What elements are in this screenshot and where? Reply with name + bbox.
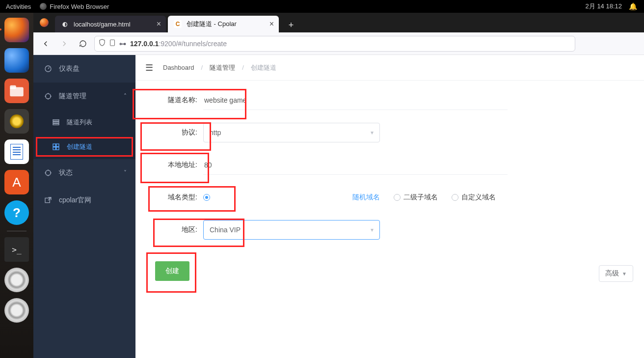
- chevron-down-icon: ▾: [371, 226, 374, 233]
- svg-rect-10: [53, 147, 55, 150]
- menu-collapse-icon[interactable]: ☰: [145, 62, 153, 73]
- close-icon[interactable]: ×: [269, 20, 274, 28]
- dock-thunderbird-icon[interactable]: [4, 48, 29, 73]
- input-tunnel-name[interactable]: website game: [203, 90, 508, 110]
- cpolar-favicon: C: [174, 20, 182, 28]
- sidebar-item-create-tunnel[interactable]: 创建隧道: [33, 135, 135, 159]
- firefox-icon: [40, 3, 47, 10]
- ubuntu-dock: A ? >_: [0, 13, 33, 358]
- sidebar-label: cpolar官网: [59, 196, 91, 205]
- back-button[interactable]: [38, 36, 53, 51]
- close-icon[interactable]: ×: [157, 20, 161, 28]
- tab-strip: ◐ localhost/game.html × C 创建隧道 - Cpolar …: [33, 13, 644, 32]
- sidebar-item-official-site[interactable]: cpolar官网: [33, 187, 135, 214]
- breadcrumb: ☰ Dashboard / 隧道管理 / 创建隧道: [135, 55, 644, 81]
- tab-title: localhost/game.html: [74, 21, 152, 28]
- select-region[interactable]: China VIP▾: [203, 220, 380, 240]
- svg-rect-9: [56, 144, 59, 146]
- cpolar-sidebar: 仪表盘 隧道管理 ˄ 隧道列表 创建隧道 状态: [33, 55, 135, 358]
- caret-down-icon: ▼: [622, 271, 627, 276]
- svg-rect-5: [53, 120, 59, 121]
- reload-button[interactable]: [76, 36, 90, 51]
- svg-point-12: [46, 170, 51, 176]
- sidebar-item-tunnel-list[interactable]: 隧道列表: [33, 110, 135, 135]
- url-bar[interactable]: ⊶ 127.0.0.1:9200/#/tunnels/create: [94, 36, 575, 52]
- crosshair-icon: [44, 92, 52, 100]
- svg-point-4: [46, 94, 51, 99]
- browser-toolbar: ⊶ 127.0.0.1:9200/#/tunnels/create: [33, 32, 644, 55]
- radio-subdomain[interactable]: 二级子域名: [394, 193, 438, 202]
- key-icon[interactable]: ⊶: [119, 40, 126, 48]
- create-tunnel-form: 隧道名称: website game 协议: http▾ 本地地址: 80: [135, 81, 644, 358]
- crumb-sep: /: [201, 64, 203, 71]
- list-icon: [52, 118, 60, 126]
- external-link-icon: [44, 196, 52, 204]
- svg-rect-11: [56, 147, 59, 150]
- dock-terminal-icon[interactable]: >_: [4, 237, 29, 262]
- radio-dot-icon: [394, 194, 401, 201]
- forward-button[interactable]: [57, 36, 72, 51]
- svg-rect-6: [53, 122, 59, 123]
- crumb-sep: /: [242, 64, 244, 71]
- page-content: 仪表盘 隧道管理 ˄ 隧道列表 创建隧道 状态: [33, 55, 644, 358]
- sidebar-item-tunnels[interactable]: 隧道管理 ˄: [33, 83, 135, 110]
- chevron-up-icon: ˄: [124, 93, 127, 100]
- sidebar-label: 仪表盘: [59, 64, 80, 73]
- sidebar-label: 状态: [59, 168, 73, 177]
- dock-disc1-icon[interactable]: [4, 268, 29, 292]
- clock: 2月 14 18:12: [586, 2, 622, 11]
- app-name: Firefox Web Browser: [50, 3, 109, 10]
- new-tab-button[interactable]: +: [284, 18, 298, 32]
- dock-help-icon[interactable]: ?: [4, 200, 29, 225]
- tab-title: 创建隧道 - Cpolar: [187, 20, 265, 28]
- dock-disc2-icon[interactable]: [4, 298, 29, 323]
- label-tunnel-name: 隧道名称:: [146, 96, 197, 105]
- svg-rect-2: [110, 40, 115, 46]
- svg-rect-1: [10, 85, 16, 89]
- dock-rhythmbox-icon[interactable]: [4, 109, 29, 134]
- crumb-tunnel-mgmt[interactable]: 隧道管理: [210, 63, 235, 72]
- tab-cpolar-create[interactable]: C 创建隧道 - Cpolar ×: [168, 16, 279, 32]
- radio-dot-icon: [203, 194, 210, 201]
- radio-dot-icon: [452, 194, 458, 201]
- firefox-window: ◐ localhost/game.html × C 创建隧道 - Cpolar …: [33, 13, 644, 358]
- firefox-small-icon: [40, 18, 49, 27]
- sidebar-label: 创建隧道: [67, 142, 92, 151]
- label-region: 地区:: [159, 225, 197, 234]
- label-domain-type: 域名类型:: [159, 193, 197, 202]
- radio-custom-domain[interactable]: 自定义域名: [452, 193, 496, 202]
- dock-firefox-icon[interactable]: [4, 18, 29, 42]
- input-local-address[interactable]: 80: [203, 155, 508, 175]
- label-protocol: 协议:: [146, 128, 197, 137]
- notification-bell-icon[interactable]: 🔔: [629, 2, 637, 10]
- crumb-create-tunnel: 创建隧道: [251, 63, 276, 72]
- gnome-top-bar: Activities Firefox Web Browser 2月 14 18:…: [0, 0, 644, 13]
- crosshair-icon: [44, 169, 52, 177]
- sidebar-label: 隧道列表: [67, 118, 92, 127]
- svg-rect-7: [53, 124, 59, 125]
- label-local-address: 本地地址:: [146, 161, 197, 169]
- dock-files-icon[interactable]: [4, 79, 29, 103]
- gauge-icon: [44, 65, 52, 73]
- select-protocol[interactable]: http▾: [203, 123, 380, 142]
- dock-separator: [7, 231, 27, 231]
- create-button[interactable]: 创建: [155, 261, 189, 281]
- chevron-down-icon: ▾: [371, 129, 374, 136]
- main-column: ☰ Dashboard / 隧道管理 / 创建隧道 隧道名称: website …: [135, 55, 644, 358]
- sidebar-label: 隧道管理: [59, 92, 86, 101]
- crumb-dashboard[interactable]: Dashboard: [163, 64, 194, 71]
- sidebar-item-dashboard[interactable]: 仪表盘: [33, 55, 135, 83]
- radio-random-domain[interactable]: 随机域名: [203, 193, 380, 202]
- grid-icon: [52, 143, 60, 151]
- highlight-box: 创建: [146, 252, 198, 290]
- dock-software-icon[interactable]: A: [4, 170, 29, 194]
- sidebar-item-status[interactable]: 状态 ˅: [33, 159, 135, 187]
- svg-rect-13: [45, 198, 50, 202]
- url-text: 127.0.0.1:9200/#/tunnels/create: [130, 40, 227, 48]
- page-icon: [109, 39, 115, 48]
- dock-writer-icon[interactable]: [4, 139, 29, 164]
- tab-localhost-game[interactable]: ◐ localhost/game.html ×: [55, 16, 166, 32]
- advanced-toggle[interactable]: 高级▼: [599, 265, 633, 282]
- activities-button[interactable]: Activities: [6, 3, 31, 10]
- shield-icon[interactable]: [99, 39, 106, 48]
